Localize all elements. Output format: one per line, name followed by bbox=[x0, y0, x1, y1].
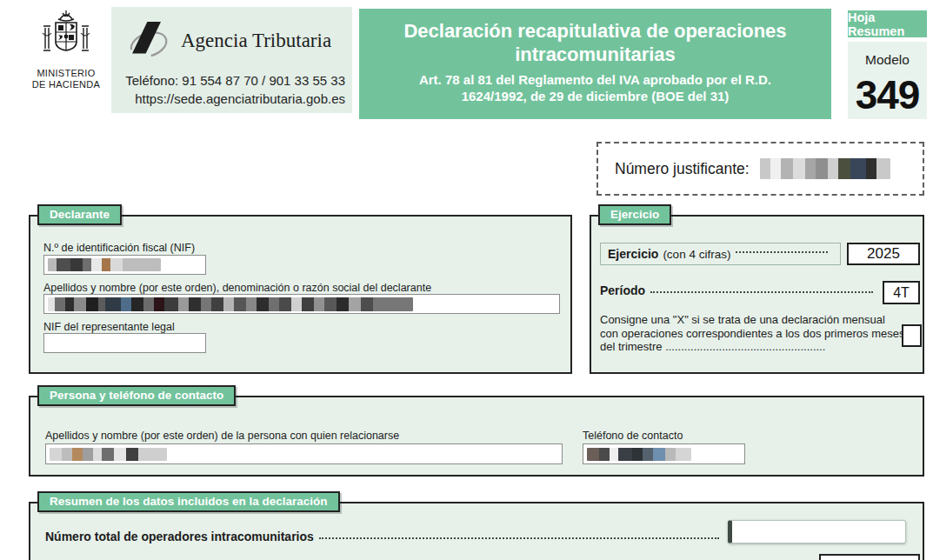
contact-name-input[interactable] bbox=[45, 443, 563, 464]
form-title-line2: intracomunitarias bbox=[359, 43, 831, 66]
ejercicio-section-tab: Ejercicio bbox=[598, 204, 671, 225]
resumen-panel: Resumen de los datos incluidos en la dec… bbox=[29, 502, 924, 560]
legal-rep-input[interactable] bbox=[43, 333, 206, 353]
agency-name: Agencia Tributaria bbox=[181, 30, 331, 52]
resumen-section-tab: Resumen de los datos incluidos en la dec… bbox=[37, 491, 340, 512]
ejercicio-year-input[interactable]: 2025 bbox=[847, 243, 920, 265]
ministry-line2: DE HACIENDA bbox=[24, 79, 108, 90]
contact-phone-input[interactable] bbox=[583, 443, 745, 464]
nif-value-redacted bbox=[48, 258, 161, 271]
agency-header-box: Agencia Tributaria Teléfono: 91 554 87 7… bbox=[111, 7, 352, 113]
declarante-name-label: Apellidos y nombre (por este orden), den… bbox=[43, 282, 431, 294]
form-subtitle-line1: Art. 78 al 81 del Reglamento del IVA apr… bbox=[359, 71, 831, 88]
declarante-section-tab: Declarante bbox=[37, 204, 122, 225]
periodo-input[interactable]: 4T bbox=[883, 281, 920, 304]
model-number: 349 bbox=[848, 71, 927, 118]
dotted-leader bbox=[650, 291, 873, 293]
contacto-panel: Persona y teléfono de contacto Apellidos… bbox=[29, 396, 924, 477]
contact-name-label: Apellidos y nombre (por este orden) de l… bbox=[45, 430, 399, 442]
form-page: MINISTERIO DE HACIENDA Agencia Tributari… bbox=[0, 0, 933, 560]
sheet-type-badge: Hoja Resumen bbox=[848, 10, 927, 37]
contact-phone-label: Teléfono de contacto bbox=[583, 430, 683, 442]
agency-website[interactable]: https://sede.agenciatributaria.gob.es bbox=[111, 90, 345, 108]
dotted-leader bbox=[736, 251, 828, 253]
ejercicio-panel: Ejercicio Ejercicio (con 4 cifras) 2025 … bbox=[590, 215, 924, 374]
ejercicio-year-label-box: Ejercicio (con 4 cifras) bbox=[600, 243, 841, 265]
declarante-name-input[interactable] bbox=[43, 294, 560, 314]
justificante-label: Número justificante: bbox=[615, 160, 750, 178]
justificante-value-redacted bbox=[760, 158, 890, 179]
ejercicio-year-label-hint: (con 4 cifras) bbox=[663, 248, 730, 261]
justificante-box: Número justificante: bbox=[596, 142, 924, 196]
contacto-section-tab: Persona y teléfono de contacto bbox=[37, 385, 236, 406]
periodo-row: Período bbox=[600, 283, 878, 297]
total-operators-row: Número total de operadores intracomunita… bbox=[45, 520, 906, 543]
model-label: Modelo bbox=[848, 52, 927, 68]
declarante-name-redacted bbox=[48, 297, 413, 311]
total-operators-label: Número total de operadores intracomunita… bbox=[45, 530, 314, 543]
contact-phone-redacted bbox=[587, 448, 691, 461]
contact-name-redacted bbox=[50, 448, 167, 461]
agency-phone: Teléfono: 91 554 87 70 / 901 33 55 33 bbox=[111, 71, 345, 90]
spain-coat-of-arms: MINISTERIO DE HACIENDA bbox=[24, 9, 108, 90]
declarante-panel: Declarante N.º de identificación fiscal … bbox=[29, 215, 572, 374]
next-field-input-partial[interactable] bbox=[819, 554, 920, 560]
ministry-line1: MINISTERIO bbox=[24, 68, 108, 79]
monthly-declaration-note: Consigne una "X" si se trata de una decl… bbox=[600, 313, 906, 354]
nif-input[interactable] bbox=[43, 255, 206, 275]
nif-label: N.º de identificación fiscal (NIF) bbox=[43, 242, 195, 254]
total-operators-value-redacted[interactable] bbox=[728, 520, 906, 543]
agencia-tributaria-logo-icon bbox=[127, 19, 172, 63]
dotted-leader bbox=[319, 537, 719, 539]
monthly-declaration-checkbox[interactable] bbox=[902, 324, 922, 347]
form-subtitle-line2: 1624/1992, de 29 de diciembre (BOE del 3… bbox=[359, 88, 831, 104]
model-number-box: Modelo 349 bbox=[848, 42, 927, 119]
ejercicio-year-label: Ejercicio bbox=[608, 247, 658, 261]
form-title-line1: Declaración recapitulativa de operacione… bbox=[359, 19, 831, 43]
form-title-banner: Declaración recapitulativa de operacione… bbox=[359, 9, 831, 119]
periodo-label: Período bbox=[600, 283, 645, 297]
legal-rep-label: NIF del representante legal bbox=[43, 321, 175, 333]
coat-of-arms-icon bbox=[24, 9, 108, 66]
